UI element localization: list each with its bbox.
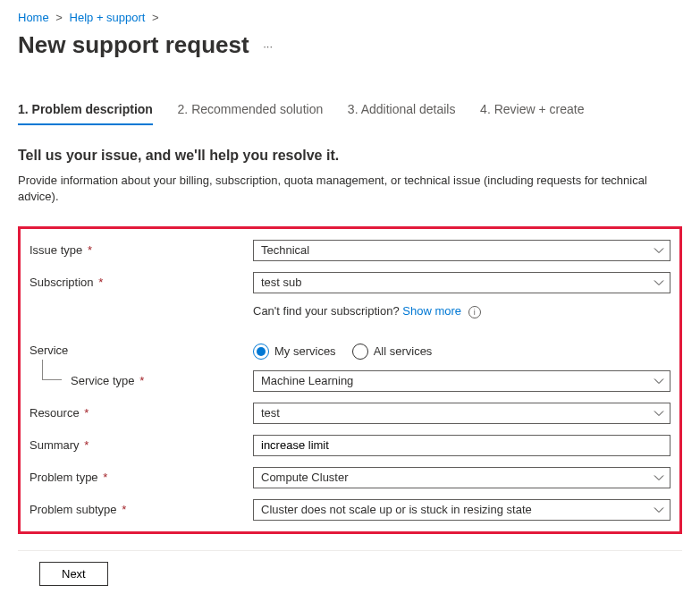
- tab-additional-details[interactable]: 3. Additional details: [348, 95, 456, 123]
- problem-subtype-select[interactable]: Cluster does not scale up or is stuck in…: [253, 499, 670, 521]
- radio-button-icon: [352, 344, 368, 360]
- show-more-link[interactable]: Show more: [402, 304, 461, 318]
- label-problem-subtype: Problem subtype *: [30, 499, 253, 516]
- tab-problem-description[interactable]: 1. Problem description: [18, 95, 153, 125]
- label-summary: Summary *: [30, 435, 253, 452]
- label-resource: Resource *: [30, 403, 253, 420]
- footer-bar: Next: [18, 550, 682, 586]
- section-description: Provide information about your billing, …: [18, 173, 682, 205]
- wizard-tabs: 1. Problem description 2. Recommended so…: [18, 95, 682, 126]
- chevron-down-icon: [654, 245, 664, 259]
- form-highlight-box: Issue type * Technical Subscription * te…: [18, 226, 682, 534]
- chevron-right-icon: >: [152, 11, 159, 24]
- chevron-right-icon: >: [55, 11, 63, 24]
- radio-all-services[interactable]: All services: [352, 344, 433, 360]
- problem-type-select[interactable]: Compute Cluster: [253, 467, 670, 488]
- summary-input[interactable]: [253, 435, 670, 456]
- label-subscription: Subscription *: [30, 272, 253, 289]
- label-issue-type: Issue type *: [30, 240, 253, 257]
- subscription-helper: Can't find your subscription? Show more …: [253, 304, 670, 318]
- service-type-select[interactable]: Machine Learning: [253, 370, 670, 392]
- label-problem-type: Problem type *: [30, 467, 253, 484]
- breadcrumb: Home > Help + support >: [18, 11, 682, 24]
- subscription-select[interactable]: test sub: [253, 272, 670, 293]
- breadcrumb-home[interactable]: Home: [18, 11, 49, 24]
- label-service: Service: [30, 340, 253, 357]
- page-title: New support request: [18, 31, 249, 59]
- radio-my-services[interactable]: My services: [253, 344, 336, 360]
- next-button[interactable]: Next: [39, 562, 108, 586]
- more-actions-button[interactable]: ···: [252, 39, 274, 61]
- chevron-down-icon: [654, 277, 664, 291]
- chevron-down-icon: [654, 505, 664, 518]
- chevron-down-icon: [654, 472, 664, 486]
- radio-label: My services: [274, 344, 336, 358]
- label-service-type: Service type *: [30, 370, 253, 387]
- breadcrumb-help[interactable]: Help + support: [70, 11, 146, 24]
- tab-recommended-solution[interactable]: 2. Recommended solution: [178, 95, 324, 123]
- chevron-down-icon: [654, 376, 664, 389]
- section-heading: Tell us your issue, and we'll help you r…: [18, 148, 682, 164]
- tab-review-create[interactable]: 4. Review + create: [480, 95, 584, 123]
- radio-label: All services: [374, 344, 433, 358]
- resource-select[interactable]: test: [253, 403, 670, 424]
- info-icon[interactable]: i: [468, 306, 481, 318]
- radio-button-icon: [253, 344, 269, 360]
- chevron-down-icon: [654, 408, 664, 421]
- issue-type-select[interactable]: Technical: [253, 240, 670, 261]
